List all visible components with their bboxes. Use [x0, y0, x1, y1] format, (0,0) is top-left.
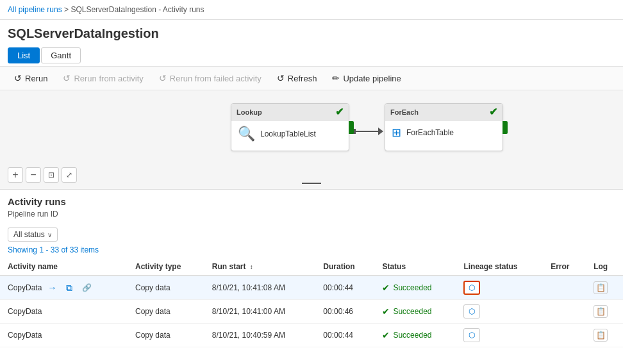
cell-lineage-3: ⬡ [456, 324, 543, 347]
log-button-3[interactable]: 📋 [594, 329, 608, 342]
node-label-lookup: LookupTableList [260, 129, 316, 138]
all-status-label: All status [13, 230, 45, 239]
cell-error-3 [543, 324, 586, 347]
col-status: Status [374, 258, 456, 276]
col-lineage-status: Lineage status [456, 258, 543, 276]
breadcrumb: All pipeline runs > SQLServerDataIngesti… [0, 0, 623, 20]
refresh-button[interactable]: ↺ Refresh [270, 70, 324, 86]
rerun-from-activity-icon: ↺ [63, 73, 71, 83]
cell-log-1: 📋 [586, 276, 623, 300]
cell-error-1 [543, 276, 586, 300]
node-right-bar-lookup [349, 121, 354, 134]
table-row: CopyData Copy data 8/10/21, 10:41:00 AM … [0, 300, 623, 324]
node-success-foreach: ✔ [489, 106, 497, 118]
table-header-row: Activity name Activity type Run start ↕ … [0, 258, 623, 276]
success-icon-3: ✔ [382, 330, 390, 340]
pipeline-node-foreach[interactable]: ForEach ✔ ⊞ ForEachTable [385, 103, 503, 151]
tab-list[interactable]: List [8, 47, 40, 63]
success-icon-1: ✔ [382, 283, 390, 293]
arrow-line [356, 131, 378, 132]
page-title: SQLServerDataIngestion [0, 20, 623, 45]
cell-lineage-2: ⬡ [456, 300, 543, 324]
breadcrumb-link[interactable]: All pipeline runs [8, 5, 62, 14]
node-right-bar-foreach [503, 121, 508, 134]
cell-status-1: ✔ Succeeded [374, 276, 456, 300]
table-row: CopyData → ⧉ 🔗 Copy data 8/10/21, 10:41:… [0, 276, 623, 300]
cell-run-start-1: 8/10/21, 10:41:08 AM [204, 276, 316, 300]
node-header-lookup: Lookup ✔ [231, 104, 349, 120]
rerun-from-failed-label: Rerun from failed activity [170, 74, 262, 83]
cell-activity-type-1: Copy data [128, 276, 204, 300]
cell-status-3: ✔ Succeeded [374, 324, 456, 347]
arrow-connector [349, 128, 385, 135]
col-log: Log [586, 258, 623, 276]
activity-runs-table: Activity name Activity type Run start ↕ … [0, 258, 623, 347]
success-icon-2: ✔ [382, 306, 390, 317]
col-duration: Duration [315, 258, 374, 276]
cell-run-start-3: 8/10/21, 10:40:59 AM [204, 324, 316, 347]
update-pipeline-label: Update pipeline [343, 74, 401, 83]
pipeline-nodes: Lookup ✔ 🔍 LookupTableList ForEach ✔ ⊞ F… [231, 103, 503, 151]
cell-activity-type-3: Copy data [128, 324, 204, 347]
cell-activity-type-2: Copy data [128, 300, 204, 324]
zoom-fit-button[interactable]: ⊡ [44, 167, 59, 183]
rerun-from-activity-button[interactable]: ↺ Rerun from activity [56, 70, 149, 86]
pipeline-run-id-label: Pipeline run ID [8, 210, 615, 219]
dropdown-chevron-icon: ∨ [47, 231, 52, 238]
node-body-lookup: 🔍 LookupTableList [231, 120, 349, 147]
showing-total: 33 items [70, 245, 99, 254]
lookup-icon: 🔍 [238, 126, 255, 142]
pipeline-node-lookup[interactable]: Lookup ✔ 🔍 LookupTableList [231, 103, 349, 151]
rerun-button[interactable]: ↺ Rerun [8, 70, 54, 86]
cell-activity-name-3: CopyData [0, 324, 128, 347]
cell-lineage-1: ⬡ [456, 276, 543, 300]
zoom-minus-button[interactable]: − [26, 167, 41, 183]
col-run-start[interactable]: Run start ↕ [204, 258, 316, 276]
rerun-icon: ↺ [14, 73, 22, 83]
lineage-button-2[interactable]: ⬡ [463, 304, 480, 318]
toolbar: ↺ Rerun ↺ Rerun from activity ↺ Rerun fr… [0, 67, 623, 90]
zoom-controls: + − ⊡ ⤢ [8, 167, 77, 183]
tab-gantt[interactable]: Gantt [41, 47, 81, 63]
log-button-2[interactable]: 📋 [594, 305, 608, 318]
node-type-lookup: Lookup [237, 108, 262, 116]
canvas-divider [302, 183, 321, 184]
cell-activity-name-2: CopyData [0, 300, 128, 324]
node-label-foreach: ForEachTable [406, 128, 454, 137]
cell-activity-name-1: CopyData → ⧉ 🔗 [0, 276, 128, 300]
foreach-icon: ⊞ [392, 126, 401, 140]
breadcrumb-separator: > [64, 5, 71, 14]
node-success-lookup: ✔ [335, 106, 344, 118]
refresh-label: Refresh [288, 74, 317, 83]
lineage-button-3[interactable]: ⬡ [463, 328, 480, 342]
link-icon-1[interactable]: 🔗 [79, 281, 94, 294]
cell-error-2 [543, 300, 586, 324]
update-pipeline-icon: ✏ [332, 73, 340, 83]
cell-log-3: 📋 [586, 324, 623, 347]
navigate-icon-1[interactable]: → [45, 281, 59, 294]
node-body-foreach: ⊞ ForEachTable [385, 120, 503, 145]
update-pipeline-button[interactable]: ✏ Update pipeline [326, 70, 407, 86]
rerun-from-failed-button[interactable]: ↺ Rerun from failed activity [153, 70, 268, 86]
log-button-1[interactable]: 📋 [594, 281, 608, 294]
table-row: CopyData Copy data 8/10/21, 10:40:59 AM … [0, 324, 623, 347]
copy-icon-1[interactable]: ⧉ [62, 281, 76, 294]
showing-text: Showing 1 - 33 of 33 items [0, 244, 623, 258]
cell-duration-1: 00:00:44 [315, 276, 374, 300]
col-activity-name: Activity name [0, 258, 128, 276]
all-status-dropdown[interactable]: All status ∨ [8, 228, 58, 242]
cell-run-start-2: 8/10/21, 10:41:00 AM [204, 300, 316, 324]
rerun-from-failed-icon: ↺ [159, 73, 167, 83]
refresh-icon: ↺ [277, 73, 285, 83]
cell-duration-2: 00:00:46 [315, 300, 374, 324]
cell-log-2: 📋 [586, 300, 623, 324]
cell-duration-3: 00:00:44 [315, 324, 374, 347]
arrow-head [378, 128, 383, 135]
rerun-label: Rerun [25, 74, 47, 83]
tab-bar: List Gantt [0, 45, 623, 67]
activity-runs-section: Activity runs Pipeline run ID [0, 190, 623, 225]
zoom-expand-button[interactable]: ⤢ [62, 167, 77, 183]
node-type-foreach: ForEach [390, 108, 419, 116]
zoom-plus-button[interactable]: + [8, 167, 23, 183]
lineage-button-1[interactable]: ⬡ [463, 281, 480, 295]
